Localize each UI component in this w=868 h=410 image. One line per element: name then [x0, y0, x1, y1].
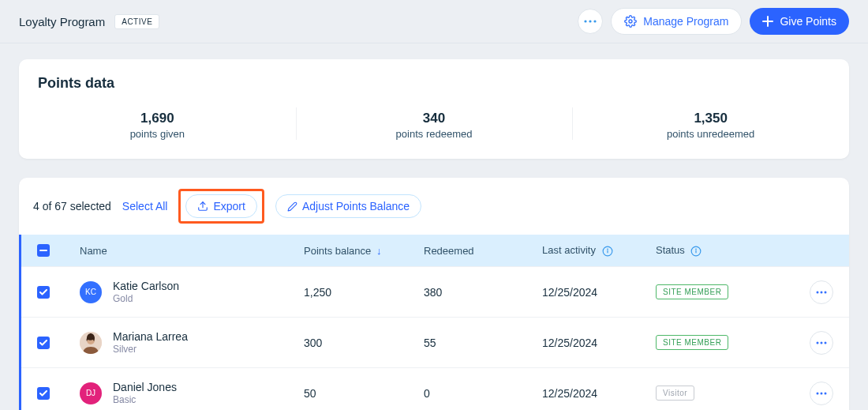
cell-redeemed: 0 — [424, 387, 542, 400]
page-header: Loyalty Program ACTIVE Manage Program Gi… — [0, 0, 868, 43]
pencil-icon — [287, 201, 297, 212]
avatar: KC — [80, 281, 102, 303]
table-toolbar: 4 of 67 selected Select All Export Adjus… — [19, 178, 849, 235]
svg-point-8 — [607, 249, 608, 250]
table-row[interactable]: DJDaniel JonesBasic50012/25/2024Visitor — [21, 367, 849, 410]
table: Name Points balance ↓ Redeemed Last acti… — [19, 235, 849, 410]
column-redeemed[interactable]: Redeemed — [424, 245, 542, 257]
dots-horizontal-icon — [816, 392, 827, 395]
sort-desc-icon: ↓ — [376, 245, 382, 257]
cell-balance: 50 — [304, 387, 424, 400]
avatar: DJ — [80, 382, 102, 404]
stat-value: 1,350 — [572, 111, 849, 126]
export-label: Export — [213, 200, 245, 213]
svg-point-21 — [821, 392, 823, 394]
svg-point-0 — [585, 20, 587, 22]
stat-unredeemed: 1,350 points unredeemed — [572, 111, 849, 140]
adjust-balance-button[interactable]: Adjust Points Balance — [275, 194, 421, 218]
status-tag: Visitor — [656, 386, 694, 401]
export-button[interactable]: Export — [185, 194, 256, 218]
person-name: Daniel Jones — [113, 381, 177, 393]
cell-activity: 12/25/2024 — [542, 337, 656, 349]
stat-label: points given — [19, 128, 296, 140]
person-name: Katie Carlson — [113, 280, 179, 292]
svg-point-12 — [817, 291, 819, 293]
row-more-button[interactable] — [810, 331, 833, 355]
cell-activity: 12/25/2024 — [542, 286, 656, 299]
svg-point-11 — [696, 249, 697, 250]
summary-title: Points data — [19, 59, 849, 101]
page-title: Loyalty Program — [19, 15, 105, 28]
stat-value: 340 — [296, 111, 573, 126]
info-icon[interactable] — [690, 246, 702, 257]
manage-program-label: Manage Program — [643, 15, 728, 28]
svg-point-2 — [594, 20, 597, 22]
avatar — [80, 332, 102, 354]
cell-activity: 12/25/2024 — [542, 387, 656, 400]
svg-point-20 — [817, 392, 819, 394]
select-all-button[interactable]: Select All — [122, 200, 168, 213]
stat-label: points unredeemed — [572, 128, 849, 140]
more-options-button[interactable] — [578, 9, 603, 34]
svg-point-13 — [821, 291, 823, 293]
column-status[interactable]: Status — [656, 244, 780, 257]
svg-point-14 — [825, 291, 827, 293]
plus-icon — [762, 16, 773, 27]
check-icon — [39, 340, 47, 346]
row-more-button[interactable] — [810, 382, 833, 405]
minus-icon — [39, 250, 47, 251]
selection-count: 4 of 67 selected — [33, 200, 111, 213]
person-tier: Gold — [113, 293, 179, 304]
header-left: Loyalty Program ACTIVE — [19, 14, 159, 29]
column-balance[interactable]: Points balance ↓ — [304, 245, 424, 257]
column-balance-label: Points balance — [304, 245, 371, 257]
cell-balance: 300 — [304, 337, 424, 349]
cell-redeemed: 55 — [424, 337, 542, 349]
row-checkbox[interactable] — [37, 387, 50, 400]
column-name[interactable]: Name — [80, 245, 304, 257]
export-highlight: Export — [178, 189, 264, 224]
gear-icon — [624, 15, 637, 28]
manage-program-button[interactable]: Manage Program — [611, 8, 742, 35]
status-badge: ACTIVE — [114, 14, 159, 29]
dots-horizontal-icon — [584, 20, 597, 23]
upload-icon — [197, 201, 208, 212]
svg-point-19 — [825, 341, 827, 344]
row-more-button[interactable] — [810, 280, 833, 304]
give-points-button[interactable]: Give Points — [750, 8, 849, 35]
info-icon[interactable] — [602, 246, 613, 257]
cell-redeemed: 380 — [424, 286, 542, 299]
svg-point-3 — [629, 20, 632, 23]
stat-value: 1,690 — [19, 111, 296, 126]
status-tag: SITE MEMBER — [656, 335, 728, 350]
status-tag: SITE MEMBER — [656, 284, 728, 299]
svg-point-22 — [825, 392, 827, 394]
row-checkbox[interactable] — [37, 286, 50, 299]
give-points-label: Give Points — [780, 15, 836, 28]
summary-card: Points data 1,690 points given 340 point… — [19, 59, 849, 159]
adjust-balance-label: Adjust Points Balance — [302, 200, 410, 213]
check-icon — [39, 289, 47, 295]
dots-horizontal-icon — [816, 341, 827, 344]
person-tier: Silver — [113, 344, 188, 355]
stat-label: points redeemed — [296, 128, 573, 140]
column-activity[interactable]: Last activity — [542, 244, 656, 257]
table-card: 4 of 67 selected Select All Export Adjus… — [19, 178, 849, 410]
table-row[interactable]: KCKatie CarlsonGold1,25038012/25/2024SIT… — [21, 266, 849, 317]
person-tier: Basic — [113, 394, 177, 405]
svg-rect-5 — [39, 250, 47, 251]
row-checkbox[interactable] — [37, 337, 50, 349]
table-row[interactable]: Mariana LarreaSilver3005512/25/2024SITE … — [21, 317, 849, 367]
svg-point-18 — [821, 341, 823, 344]
column-status-label: Status — [656, 244, 685, 256]
header-checkbox[interactable] — [37, 244, 50, 257]
svg-point-1 — [589, 20, 592, 22]
dots-horizontal-icon — [816, 291, 827, 294]
column-activity-label: Last activity — [542, 244, 596, 256]
table-header: Name Points balance ↓ Redeemed Last acti… — [21, 235, 849, 266]
svg-point-17 — [817, 341, 819, 344]
cell-balance: 1,250 — [304, 286, 424, 299]
stat-given: 1,690 points given — [19, 111, 296, 140]
person-name: Mariana Larrea — [113, 330, 188, 343]
summary-stats: 1,690 points given 340 points redeemed 1… — [19, 101, 849, 159]
